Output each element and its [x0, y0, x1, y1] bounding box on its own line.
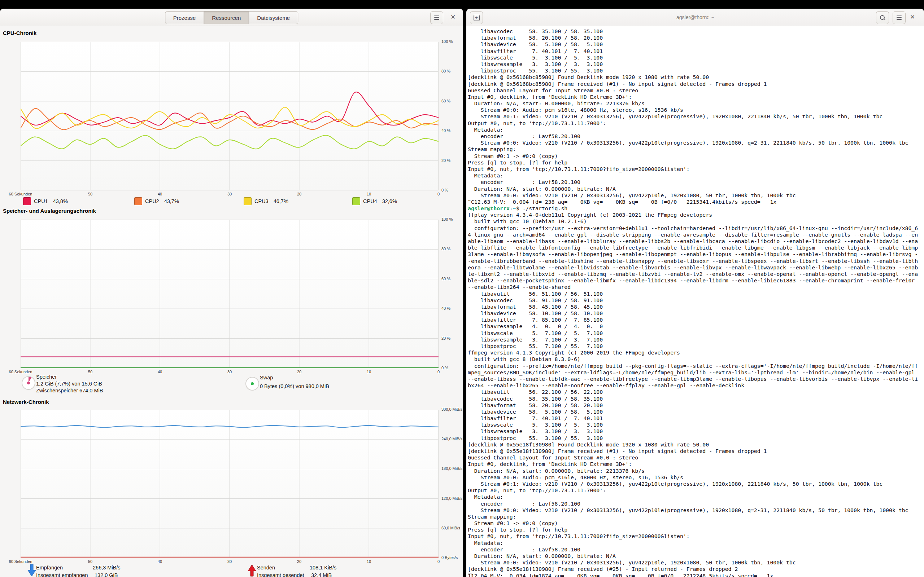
y-axis-tick-label: 0 %: [441, 366, 448, 370]
menu-icon: [434, 16, 439, 20]
terminal-line: configuration: --prefix=/home/nle/ffmpeg…: [468, 363, 924, 369]
terminal-line: Press [q] to stop, [?] for help: [468, 527, 924, 533]
terminal-line: Metadata:: [468, 494, 924, 500]
x-axis-tick-label: 0: [438, 370, 439, 374]
x-axis-tick-label: 50: [88, 370, 92, 374]
search-icon: [880, 15, 885, 21]
tab-prozesse[interactable]: Prozesse: [165, 11, 204, 24]
terminal-line: Metadata:: [468, 540, 924, 546]
system-monitor-headerbar[interactable]: Prozesse Ressourcen Dateisysteme ✕: [0, 9, 463, 26]
y-axis-tick-label: 100 %: [441, 39, 452, 44]
terminal-line: libswscale 5. 3.100 / 5. 3.100: [468, 55, 924, 61]
terminal-line: configuration: --prefix=/usr --extra-ver…: [468, 225, 924, 232]
terminal-line: Stream mapping:: [468, 514, 924, 520]
x-axis-tick-label: 10: [367, 559, 371, 564]
upload-arrow-icon: [247, 564, 256, 577]
send-total: 32,4 MiB: [311, 572, 332, 577]
terminal-line: Input #0, decklink, from 'DeckLink HD Ex…: [468, 461, 924, 467]
y-axis-tick-label: 100 %: [441, 217, 452, 221]
menu-button[interactable]: [430, 11, 443, 24]
terminal-line: Stream #0:0: Video: v210 (V210 / 0x30313…: [468, 507, 924, 514]
terminal-line: -enable-librubberband --enable-libshine …: [468, 258, 924, 264]
memory-chart-plot: [21, 220, 439, 368]
terminal-line: --enable-libx264 --enable-shared: [468, 284, 924, 290]
terminal-line: ble-sdl2 --enable-pocketsphinx --enable-…: [468, 277, 924, 284]
system-monitor-window: Prozesse Ressourcen Dateisysteme ✕ CPU-C…: [0, 9, 463, 577]
y-axis-tick-label: 60 %: [441, 277, 451, 281]
terminal-line: agsler@thorrx:~$ ./startorig.sh: [468, 205, 924, 212]
terminal-line: --enable-libass --enable-libfdk-aac --en…: [468, 376, 924, 382]
terminal-line: encoder : Lavf58.20.100: [468, 546, 924, 553]
download-arrow-icon: [27, 564, 36, 577]
cpu-value: 32,6%: [382, 198, 397, 204]
terminal-line: built with gcc 10 (Debian 10.2.1-6): [468, 218, 924, 225]
terminal-line: libavcodec 58. 35.100 / 58. 35.100: [468, 396, 924, 402]
terminal-line: libavfilter 7. 40.101 / 7. 40.101: [468, 48, 924, 55]
terminal-line: Stream #0:0: Video: v210 (V210 / 0x30313…: [468, 140, 924, 146]
terminal-close-button[interactable]: ✕: [908, 13, 917, 22]
x-axis-tick-label: 40: [158, 370, 162, 374]
terminal-line: libavdevice 58. 5.100 / 58. 5.100: [468, 41, 924, 48]
receive-rate: 266,3 MiB/s: [93, 565, 121, 571]
x-axis-tick-label: 10: [367, 370, 371, 374]
terminal-line: Output #0, nut, to 'tcp://10.73.1.11:700…: [468, 487, 924, 494]
cpu-legend-item[interactable]: CPU243,7%: [134, 197, 179, 205]
terminal-line: ffplay version 4.3.4-0+deb11u1 Copyright…: [468, 212, 924, 218]
terminal-line: [decklink @ 0x55e18f130980] Found Deckli…: [468, 442, 924, 448]
terminal-line: libswresample 3. 3.100 / 3. 3.100: [468, 428, 924, 435]
swap-usage-value: 0 Bytes (0,0%) von 980,0 MiB: [260, 384, 329, 389]
terminal-window: agsler@thorrx: ~ + ✕ libavcodec 58. 35.1…: [466, 9, 924, 577]
x-axis-tick-label: 0: [438, 559, 439, 564]
network-history-title: Netzwerk-Chronik: [3, 399, 49, 405]
network-chart-plot: [21, 410, 439, 558]
terminal-line: libavfilter 7. 40.101 / 7. 40.101: [468, 415, 924, 422]
x-axis-tick-label: 50: [88, 192, 92, 196]
terminal-body[interactable]: libavcodec 58. 35.100 / 58. 35.100 libav…: [468, 26, 924, 577]
terminal-line: ^C12.63 M-V: 0.004 fd= 238 aq= 0KB vq= 0…: [468, 199, 924, 205]
terminal-line: libavutil 56. 51.100 / 56. 51.100: [468, 291, 924, 297]
close-button[interactable]: ✕: [449, 13, 457, 22]
terminal-line: Duration: N/A, start: 0.000000, bitrate:…: [468, 468, 924, 474]
y-axis-tick-label: 80 %: [441, 69, 451, 73]
cpu-label: CPU1: [34, 198, 48, 204]
cpu-history-title: CPU-Chronik: [3, 30, 36, 36]
terminal-line: ble-libflite --enable-libfontconfig --en…: [468, 245, 924, 251]
x-axis-tick-label: 40: [158, 192, 162, 196]
terminal-headerbar[interactable]: agsler@thorrx: ~ + ✕: [466, 9, 924, 26]
cpu-legend-item[interactable]: CPU143,8%: [23, 197, 68, 205]
terminal-line: eora --enable-libtwolame --enable-libvid…: [468, 264, 924, 271]
new-tab-button[interactable]: +: [470, 11, 483, 24]
terminal-line: bx264 --enable-libx265 --enable-nonfree …: [468, 382, 924, 389]
tab-dateisysteme[interactable]: Dateisysteme: [249, 11, 298, 24]
terminal-cursor: [468, 573, 472, 577]
memory-cache-value: Zwischenspeicher 674,0 MiB: [36, 388, 103, 393]
x-axis-tick-label: 20: [297, 192, 301, 196]
x-axis-tick-label: 60 Sekunden: [9, 370, 32, 374]
cpu-color-swatch: [244, 197, 252, 205]
swap-pie-icon: [246, 377, 259, 390]
cpu-legend-item[interactable]: CPU432,6%: [352, 197, 397, 205]
terminal-line: mpeg_sources/BMD_SDK/include' --extra-ld…: [468, 369, 924, 376]
terminal-line: libswscale 5. 7.100 / 5. 7.100: [468, 330, 924, 337]
terminal-line: libavutil 56. 22.100 / 56. 22.100: [468, 389, 924, 395]
terminal-line: libavformat 58. 20.100 / 58. 20.100: [468, 402, 924, 409]
send-total-label: Insgesamt gesendet: [257, 572, 304, 577]
cpu-chart: 100 %80 %60 %40 %20 %0 %60 Sekunden50403…: [21, 42, 439, 190]
cpu-color-swatch: [23, 197, 31, 205]
terminal-line: [decklink @ 0x55e18f130980] Frame receiv…: [468, 566, 924, 572]
send-rate: 108,1 KiB/s: [310, 565, 336, 571]
terminal-line: encoder : Lavf58.20.100: [468, 179, 924, 185]
search-button[interactable]: [876, 11, 889, 24]
terminal-line: Duration: N/A, start: 0.000000, bitrate:…: [468, 186, 924, 192]
terminal-line: libavformat 58. 45.100 / 58. 45.100: [468, 304, 924, 310]
x-axis-tick-label: 40: [158, 559, 162, 564]
x-axis-tick-label: 20: [297, 370, 301, 374]
cpu-legend-item[interactable]: CPU346,7%: [244, 197, 288, 205]
tab-ressourcen[interactable]: Ressourcen: [204, 11, 249, 24]
cpu-color-swatch: [352, 197, 360, 205]
terminal-line: Stream mapping:: [468, 146, 924, 153]
terminal-line: libavcodec 58. 91.100 / 58. 91.100: [468, 297, 924, 304]
terminal-menu-button[interactable]: [893, 11, 906, 24]
x-axis-tick-label: 50: [88, 559, 92, 564]
terminal-line: encoder : Lavf58.20.100: [468, 501, 924, 507]
